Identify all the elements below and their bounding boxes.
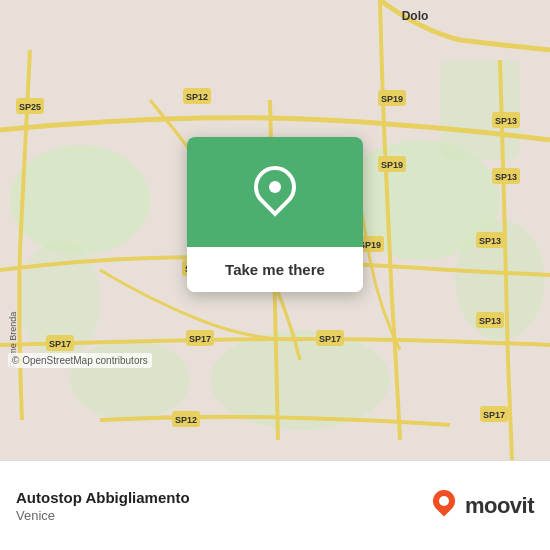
location-pin-icon [254,166,296,218]
bottom-bar: Autostop Abbigliamento Venice moovit [0,460,550,550]
svg-text:SP17: SP17 [49,339,71,349]
svg-text:SP13: SP13 [479,316,501,326]
svg-point-4 [70,340,190,420]
svg-text:SP13: SP13 [479,236,501,246]
moovit-brand-text: moovit [465,493,534,519]
svg-text:SP19: SP19 [381,160,403,170]
svg-text:SP13: SP13 [495,116,517,126]
svg-text:SP12: SP12 [186,92,208,102]
location-info: Autostop Abbigliamento Venice [16,489,190,523]
take-me-there-button[interactable]: Take me there [187,247,363,292]
svg-text:SP19: SP19 [381,94,403,104]
osm-attribution: © OpenStreetMap contributors [8,353,152,368]
svg-text:SP12: SP12 [175,415,197,425]
map-container: SP25 SP12 SP19 SP13 SP19 SP13 SP19 SP13 … [0,0,550,460]
svg-text:SP13: SP13 [495,172,517,182]
location-city: Venice [16,508,190,523]
svg-text:SP17: SP17 [483,410,505,420]
location-name: Autostop Abbigliamento [16,489,190,506]
svg-rect-5 [440,60,520,160]
moovit-logo: moovit [431,490,534,522]
svg-text:SP17: SP17 [189,334,211,344]
svg-text:SP17: SP17 [319,334,341,344]
popup-top-area [187,137,363,247]
popup-card: Take me there [187,137,363,292]
svg-text:SP25: SP25 [19,102,41,112]
svg-point-1 [10,145,150,255]
svg-text:Dolo: Dolo [402,9,429,23]
